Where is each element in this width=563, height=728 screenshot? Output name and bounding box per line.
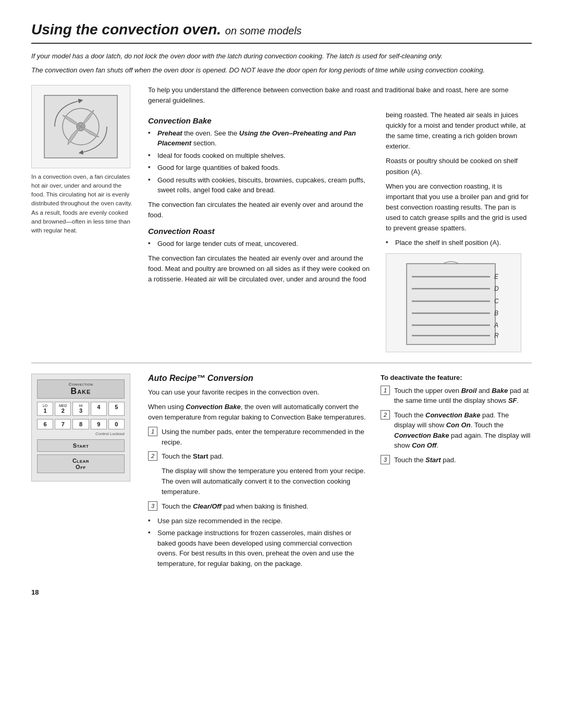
bottom-section: Convection Bake LO1 MED2 HI3 4 5 6 7 8 9… [31, 374, 532, 573]
step-text-2: Touch the Start pad. [162, 451, 368, 462]
bullet-bake-2: Ideal for foods cooked on multiple shelv… [148, 151, 370, 161]
auto-step-3: 3 Touch the Clear/Off pad when baking is… [148, 501, 368, 512]
deactivate-step-2: 2 Touch the Convection Bake pad. The dis… [381, 410, 532, 451]
roast-right-text-3: When you are convection roasting, it is … [386, 181, 532, 234]
num-btn-2[interactable]: MED2 [55, 402, 71, 416]
svg-text:B: B [494, 310, 498, 317]
convection-label: Convection [41, 382, 121, 387]
svg-text:R: R [494, 332, 499, 339]
auto-bullet-1: Use pan size recommended in the recipe. [148, 516, 368, 526]
bake-intro-text: To help you understand the difference be… [148, 85, 532, 106]
auto-recipe-heading: Auto Recipe™ Conversion [148, 374, 368, 383]
bullet-bake-4: Good results with cookies, biscuits, bro… [148, 175, 370, 195]
bake-body-text: The convection fan circulates the heated… [148, 200, 370, 220]
bullet-bake-3: Good for large quantities of baked foods… [148, 163, 370, 173]
num-btn-7[interactable]: 7 [55, 419, 71, 429]
right-content-column: To help you understand the difference be… [148, 85, 532, 352]
svg-rect-3 [407, 264, 495, 344]
num-btn-1[interactable]: LO1 [37, 402, 53, 416]
deactivate-step-text-1: Touch the upper oven Broil and Bake pad … [394, 386, 532, 406]
num-pad-row-2: 6 7 8 9 0 [37, 419, 125, 429]
deactivate-step-num-3: 3 [381, 455, 390, 464]
step-text-3: Touch the Clear/Off pad when baking is f… [162, 501, 368, 512]
deactivate-step-text-3: Touch the Start pad. [394, 455, 532, 465]
two-col-lower: Convection Bake Preheat the oven. See th… [148, 110, 532, 352]
control-lockout-label: Control Lockout [37, 431, 125, 436]
deactivate-heading: To deactivate the feature: [381, 374, 532, 381]
left-image-column: In a convection oven, a fan circulates h… [31, 85, 136, 352]
svg-text:E: E [494, 273, 499, 280]
deactivate-section: To deactivate the feature: 1 Touch the u… [381, 374, 532, 573]
roast-right-text-1: being roasted. The heated air seals in j… [386, 110, 532, 152]
num-btn-5[interactable]: 5 [108, 402, 125, 416]
num-btn-9[interactable]: 9 [91, 419, 107, 429]
deactivate-step-text-2: Touch the Convection Bake pad. The displ… [394, 410, 532, 451]
roast-body-text: The convection fan circulates the heated… [148, 253, 370, 285]
num-btn-4[interactable]: 4 [91, 402, 107, 416]
auto-step-1: 1 Using the number pads, enter the tempe… [148, 427, 368, 447]
intro-para-1: If your model has a door latch, do not l… [31, 51, 532, 61]
deactivate-step-num-2: 2 [381, 410, 390, 419]
auto-body-2: When using Convection Bake, the oven wil… [148, 402, 368, 423]
section-divider [31, 363, 532, 363]
step-num-3: 3 [148, 501, 157, 511]
auto-step-2: 2 Touch the Start pad. [148, 451, 368, 462]
svg-text:C: C [494, 298, 499, 305]
step-num-2: 2 [148, 451, 157, 461]
convection-bake-heading: Convection Bake [148, 116, 370, 125]
svg-text:A: A [494, 322, 498, 329]
deactivate-step-num-1: 1 [381, 386, 390, 395]
oven-fan-diagram [31, 85, 130, 168]
roast-right-text-2: Roasts or poultry should be cooked on sh… [386, 156, 532, 177]
num-btn-6[interactable]: 6 [37, 419, 53, 429]
col-right-lower: being roasted. The heated air seals in j… [386, 110, 532, 352]
svg-text:D: D [494, 285, 499, 292]
step-text-1: Using the number pads, enter the tempera… [162, 427, 368, 447]
clear-off-button[interactable]: Clear Off [37, 454, 125, 473]
convection-bake-bullets: Preheat the oven. See the Using the Oven… [148, 128, 370, 195]
start-button[interactable]: Start [37, 439, 125, 452]
panel-display: Convection Bake [37, 379, 125, 399]
num-btn-0[interactable]: 0 [108, 419, 125, 429]
page-title: Using the convection oven. on some model… [31, 21, 532, 44]
top-section: In a convection oven, a fan circulates h… [31, 85, 532, 352]
convection-roast-bullets: Good for large tender cuts of meat, unco… [148, 239, 370, 249]
num-btn-3[interactable]: HI3 [72, 402, 89, 416]
roast-right-bullets: Place the shelf in shelf position (A). [386, 238, 532, 248]
page-number: 18 [31, 588, 532, 596]
convection-roast-heading: Convection Roast [148, 227, 370, 236]
deactivate-step-3: 3 Touch the Start pad. [381, 455, 532, 465]
bullet-roast-1: Good for large tender cuts of meat, unco… [148, 239, 370, 249]
bake-label: Bake [71, 387, 91, 396]
deactivate-step-1: 1 Touch the upper oven Broil and Bake pa… [381, 386, 532, 406]
control-panel: Convection Bake LO1 MED2 HI3 4 5 6 7 8 9… [31, 374, 130, 482]
step-2-detail: The display will show the temperature yo… [148, 466, 368, 497]
auto-body-1: You can use your favorite recipes in the… [148, 387, 368, 398]
auto-bullet-2: Some package instructions for frozen cas… [148, 528, 368, 569]
auto-recipe-section: Auto Recipe™ Conversion You can use your… [148, 374, 368, 573]
oven-diagram-caption: In a convection oven, a fan circulates h… [31, 172, 136, 236]
auto-bullets: Use pan size recommended in the recipe. … [148, 516, 368, 569]
col-left-lower: Convection Bake Preheat the oven. See th… [148, 110, 370, 352]
panel-column: Convection Bake LO1 MED2 HI3 4 5 6 7 8 9… [31, 374, 136, 573]
intro-para-2: The convection oven fan shuts off when t… [31, 65, 532, 76]
num-pad-row-1: LO1 MED2 HI3 4 5 [37, 402, 125, 416]
bullet-bake-1: Preheat the oven. See the Using the Oven… [148, 128, 370, 149]
shelf-position-diagram: E D C B A R [386, 253, 521, 352]
step-num-1: 1 [148, 427, 157, 436]
bullet-roast-right-1: Place the shelf in shelf position (A). [386, 238, 532, 248]
num-btn-8[interactable]: 8 [72, 419, 89, 429]
